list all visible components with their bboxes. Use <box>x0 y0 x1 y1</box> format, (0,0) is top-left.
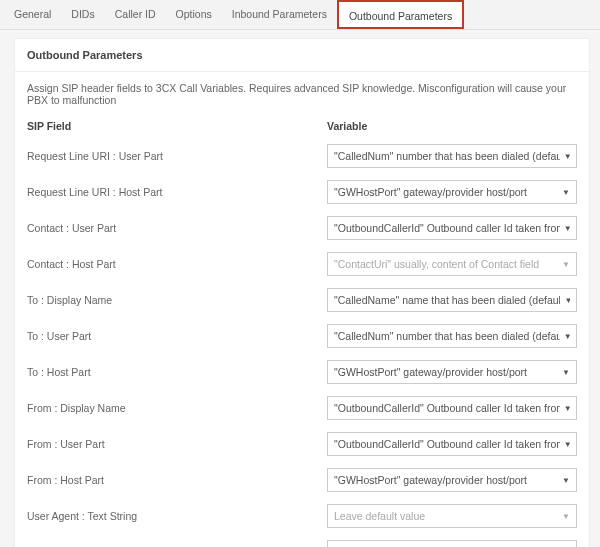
chevron-down-icon: ▼ <box>564 332 570 341</box>
row-contact-user: Contact : User Part "OutboundCallerId" O… <box>15 210 589 246</box>
select-value: "OutboundCallerId" Outbound caller Id ta… <box>334 402 560 414</box>
select-to-host[interactable]: "GWHostPort" gateway/provider host/port … <box>327 360 577 384</box>
label-from-user: From : User Part <box>27 438 327 450</box>
chevron-down-icon: ▼ <box>564 152 570 161</box>
chevron-down-icon: ▼ <box>562 476 570 485</box>
chevron-down-icon: ▼ <box>564 404 570 413</box>
chevron-down-icon: ▼ <box>564 224 570 233</box>
select-rpid-called-display[interactable]: Leave default value ▼ <box>327 540 577 547</box>
chevron-down-icon: ▼ <box>562 512 570 521</box>
label-contact-host: Contact : Host Part <box>27 258 327 270</box>
tab-bar: General DIDs Caller ID Options Inbound P… <box>0 0 600 30</box>
select-value: Leave default value <box>334 510 425 522</box>
chevron-down-icon: ▼ <box>564 296 570 305</box>
label-to-user: To : User Part <box>27 330 327 342</box>
select-value: "GWHostPort" gateway/provider host/port <box>334 186 527 198</box>
select-value: "OutboundCallerId" Outbound caller Id ta… <box>334 222 560 234</box>
row-from-host: From : Host Part "GWHostPort" gateway/pr… <box>15 462 589 498</box>
chevron-down-icon: ▼ <box>562 368 570 377</box>
select-value: "OutboundCallerId" Outbound caller Id ta… <box>334 438 560 450</box>
tab-inbound[interactable]: Inbound Parameters <box>222 0 337 29</box>
label-to-display: To : Display Name <box>27 294 327 306</box>
select-from-user[interactable]: "OutboundCallerId" Outbound caller Id ta… <box>327 432 577 456</box>
label-contact-user: Contact : User Part <box>27 222 327 234</box>
select-from-display[interactable]: "OutboundCallerId" Outbound caller Id ta… <box>327 396 577 420</box>
row-contact-host: Contact : Host Part "ContactUri" usually… <box>15 246 589 282</box>
row-to-display: To : Display Name "CalledName" name that… <box>15 282 589 318</box>
tab-dids[interactable]: DIDs <box>61 0 104 29</box>
select-value: "GWHostPort" gateway/provider host/port <box>334 474 527 486</box>
select-request-line-user[interactable]: "CalledNum" number that has been dialed … <box>327 144 577 168</box>
select-user-agent[interactable]: Leave default value ▼ <box>327 504 577 528</box>
select-contact-user[interactable]: "OutboundCallerId" Outbound caller Id ta… <box>327 216 577 240</box>
row-from-display: From : Display Name "OutboundCallerId" O… <box>15 390 589 426</box>
row-rpid-called-display: Remote Party ID - Called Party : Display… <box>15 534 589 547</box>
tab-callerid[interactable]: Caller ID <box>105 0 166 29</box>
select-to-user[interactable]: "CalledNum" number that has been dialed … <box>327 324 577 348</box>
tab-general[interactable]: General <box>4 0 61 29</box>
column-headers: SIP Field Variable <box>15 120 589 138</box>
panel-description: Assign SIP header fields to 3CX Call Var… <box>15 72 589 120</box>
label-from-display: From : Display Name <box>27 402 327 414</box>
label-request-line-host: Request Line URI : Host Part <box>27 186 327 198</box>
select-value: "ContactUri" usually, content of Contact… <box>334 258 539 270</box>
row-request-line-host: Request Line URI : Host Part "GWHostPort… <box>15 174 589 210</box>
label-from-host: From : Host Part <box>27 474 327 486</box>
tab-options[interactable]: Options <box>166 0 222 29</box>
label-to-host: To : Host Part <box>27 366 327 378</box>
header-variable: Variable <box>327 120 577 132</box>
select-value: "CalledNum" number that has been dialed … <box>334 150 560 162</box>
select-value: "CalledName" name that has been dialed (… <box>334 294 560 306</box>
row-request-line-user: Request Line URI : User Part "CalledNum"… <box>15 138 589 174</box>
chevron-down-icon: ▼ <box>562 260 570 269</box>
row-to-user: To : User Part "CalledNum" number that h… <box>15 318 589 354</box>
select-value: "GWHostPort" gateway/provider host/port <box>334 366 527 378</box>
chevron-down-icon: ▼ <box>562 188 570 197</box>
select-from-host[interactable]: "GWHostPort" gateway/provider host/port … <box>327 468 577 492</box>
select-value: "CalledNum" number that has been dialed … <box>334 330 560 342</box>
select-contact-host[interactable]: "ContactUri" usually, content of Contact… <box>327 252 577 276</box>
select-request-line-host[interactable]: "GWHostPort" gateway/provider host/port … <box>327 180 577 204</box>
panel-title: Outbound Parameters <box>15 39 589 72</box>
tab-outbound[interactable]: Outbound Parameters <box>337 0 464 29</box>
label-user-agent: User Agent : Text String <box>27 510 327 522</box>
row-from-user: From : User Part "OutboundCallerId" Outb… <box>15 426 589 462</box>
chevron-down-icon: ▼ <box>564 440 570 449</box>
row-user-agent: User Agent : Text String Leave default v… <box>15 498 589 534</box>
header-sip-field: SIP Field <box>27 120 327 132</box>
row-to-host: To : Host Part "GWHostPort" gateway/prov… <box>15 354 589 390</box>
outbound-parameters-panel: Outbound Parameters Assign SIP header fi… <box>14 38 590 547</box>
select-to-display[interactable]: "CalledName" name that has been dialed (… <box>327 288 577 312</box>
label-request-line-user: Request Line URI : User Part <box>27 150 327 162</box>
